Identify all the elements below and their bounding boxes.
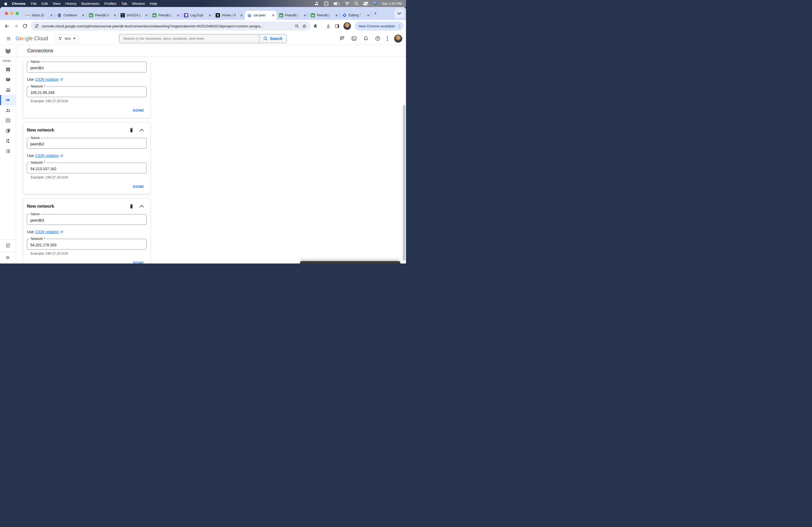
collapse-sidebar-button[interactable] [0, 252, 16, 264]
account-avatar[interactable] [394, 35, 402, 43]
bookmark-star-icon[interactable] [302, 24, 307, 29]
page-scrollbar-thumb[interactable] [403, 105, 405, 261]
menubar-item-help[interactable]: Help [147, 2, 160, 6]
search-input[interactable] [119, 34, 259, 43]
tab-peerdb-1[interactable]: Peerdb U ✕ [86, 11, 118, 20]
close-tab-icon[interactable]: ✕ [50, 13, 53, 17]
back-button[interactable] [2, 21, 11, 31]
more-options-icon[interactable] [387, 36, 388, 41]
tab-home-x[interactable]: Home / X ✕ [213, 11, 245, 20]
menubar-item-file[interactable]: File [28, 2, 39, 6]
project-picker[interactable]: test [55, 35, 79, 43]
cidr-notation-link[interactable]: CIDR notation [35, 230, 63, 234]
control-center-icon[interactable] [363, 2, 368, 5]
search-button[interactable]: Search [259, 34, 287, 43]
sidebar-item-replication[interactable] [0, 136, 16, 146]
name-field[interactable]: Name [27, 214, 147, 225]
url-text[interactable]: console.cloud.google.com/sql/instances/s… [42, 24, 292, 28]
name-input[interactable] [27, 214, 146, 225]
name-field[interactable]: Name [27, 138, 147, 149]
gcloud-search-bar[interactable]: Search [119, 34, 287, 43]
sidebar-item-system-insights[interactable] [0, 85, 16, 95]
close-tab-icon[interactable]: ✕ [82, 13, 85, 17]
network-field[interactable]: Network * [27, 163, 147, 174]
close-window-button[interactable] [5, 12, 8, 15]
menubar-item-window[interactable]: Window [129, 2, 147, 6]
sidebar-item-connections[interactable] [0, 95, 16, 105]
collapse-card-icon[interactable] [139, 205, 144, 208]
close-tab-icon[interactable]: ✕ [367, 13, 370, 17]
cloud-shell-icon[interactable] [351, 36, 357, 41]
zoom-window-button[interactable] [16, 12, 19, 15]
tab-log-explorer[interactable]: Log Expl ✕ [182, 11, 213, 20]
forward-button[interactable] [11, 21, 20, 31]
browser-menu-icon[interactable]: ⋮ [397, 24, 401, 28]
tab-inbox[interactable]: Inbox (5 ✕ [23, 11, 55, 20]
close-tab-icon[interactable]: ✕ [208, 13, 211, 17]
sidebar-item-overview[interactable] [0, 64, 16, 75]
close-tab-icon[interactable]: ✕ [113, 13, 116, 17]
apple-icon[interactable] [4, 1, 8, 6]
zoom-out-icon[interactable] [294, 24, 300, 28]
menubar-item-history[interactable]: History [63, 2, 79, 6]
name-input[interactable] [27, 62, 146, 72]
menubar-item-bookmarks[interactable]: Bookmarks [79, 2, 102, 6]
release-notes-button[interactable] [0, 240, 16, 252]
delete-trash-icon[interactable] [129, 127, 134, 133]
tab-dais24[interactable]: DAIS DAIS24 ( ✕ [118, 11, 150, 20]
delete-trash-icon[interactable] [129, 204, 134, 209]
cidr-notation-link[interactable]: CIDR notation [35, 153, 63, 158]
new-tab-button[interactable]: + [372, 10, 379, 17]
reload-button[interactable] [20, 21, 30, 31]
browser-profile-avatar[interactable] [344, 22, 351, 30]
sidebar-item-backups[interactable] [0, 125, 16, 136]
sidebar-item-monitoring[interactable] [0, 75, 16, 85]
download-icon[interactable] [326, 24, 331, 29]
side-panel-icon[interactable] [335, 24, 340, 29]
close-tab-icon[interactable]: ✕ [240, 13, 243, 17]
sidebar-item-operations[interactable] [0, 146, 16, 156]
done-button[interactable]: DONE [133, 185, 144, 189]
tab-conference[interactable]: Conferen ✕ [55, 11, 86, 20]
tab-peerdb-2[interactable]: Peerdb ( ✕ [150, 11, 182, 20]
menubar-item-profiles[interactable]: Profiles [102, 2, 119, 6]
minimize-window-button[interactable] [10, 12, 13, 15]
nav-menu-icon[interactable] [3, 33, 14, 44]
close-tab-icon[interactable]: ✕ [177, 13, 180, 17]
name-field[interactable]: Name [27, 62, 147, 73]
cidr-notation-link[interactable]: CIDR notation [35, 77, 63, 81]
address-bar[interactable]: console.cloud.google.com/sql/instances/s… [31, 21, 311, 31]
app-window-icon[interactable] [323, 1, 329, 6]
done-button[interactable]: DONE [133, 108, 144, 112]
close-tab-icon[interactable]: ✕ [303, 13, 306, 17]
menubar-item-tab[interactable]: Tab [119, 2, 130, 6]
network-field[interactable]: Network * [27, 239, 147, 250]
tab-peerdb-3[interactable]: Peerdb ( ✕ [277, 11, 308, 20]
menubar-item-view[interactable]: View [50, 2, 63, 6]
close-tab-icon[interactable]: ✕ [145, 13, 148, 17]
tab-sai-peerdb-active[interactable]: sai-peer ✕ [245, 11, 277, 20]
sidebar-item-users[interactable] [0, 105, 16, 115]
google-cloud-logo[interactable]: Google Cloud [16, 35, 48, 42]
close-tab-icon[interactable]: ✕ [272, 13, 275, 17]
menubar-item-chrome[interactable]: Chrome [10, 2, 28, 6]
help-icon[interactable] [375, 36, 380, 41]
menubar-item-edit[interactable]: Edit [39, 2, 50, 6]
window-controls[interactable] [5, 12, 19, 15]
collapse-card-icon[interactable] [139, 129, 144, 132]
siri-icon[interactable] [373, 1, 377, 6]
site-settings-icon[interactable] [34, 24, 39, 28]
tab-search-button[interactable] [394, 9, 404, 18]
network-field[interactable]: Network * [27, 86, 147, 97]
done-button[interactable]: DONE [133, 261, 144, 264]
grid-blocks-icon[interactable] [315, 1, 319, 6]
chrome-update-button[interactable]: New Chrome available ⋮ [355, 21, 403, 31]
extensions-icon[interactable] [313, 24, 318, 29]
name-input[interactable] [27, 138, 146, 148]
sidebar-item-databases[interactable] [0, 115, 16, 125]
tab-editing[interactable]: Editing " ✕ [340, 11, 372, 20]
tab-peerdb-4[interactable]: Peerdb ( ✕ [308, 11, 340, 20]
gemini-assist-icon[interactable] [339, 36, 345, 41]
close-tab-icon[interactable]: ✕ [335, 13, 338, 17]
search-icon[interactable] [354, 1, 359, 6]
